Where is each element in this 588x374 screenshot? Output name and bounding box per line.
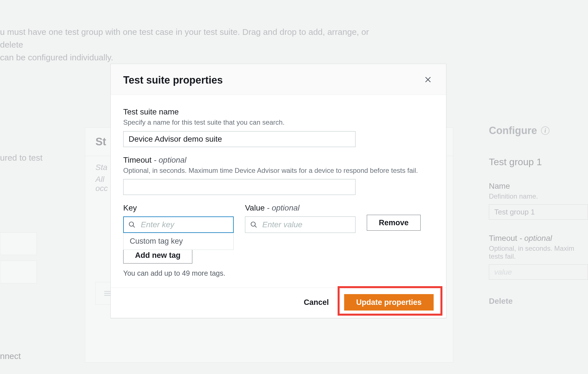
- tag-value-input-wrap: [245, 216, 355, 233]
- backdrop-timeout-help: Optional, in seconds. Maxim tests fail.: [489, 245, 588, 260]
- remove-tag-button[interactable]: Remove: [367, 215, 421, 231]
- suite-name-help: Specify a name for this test suite that …: [123, 118, 434, 127]
- search-icon: [250, 221, 257, 228]
- backdrop-timeout-input: value: [489, 264, 588, 280]
- close-button[interactable]: [422, 75, 434, 86]
- backdrop-right-panel: Configure i Test group 1 Name Definition…: [489, 125, 588, 306]
- backdrop-configure-text: Configure: [489, 125, 537, 137]
- backdrop-timeout-optional: - optional: [519, 234, 552, 243]
- search-icon: [128, 221, 136, 228]
- suite-name-input[interactable]: [123, 131, 355, 147]
- timeout-optional-text: - optional: [154, 156, 186, 164]
- suite-name-label: Test suite name: [123, 107, 434, 116]
- backdrop-editor-sub2a: All: [95, 175, 104, 184]
- backdrop-configure-heading: Configure i: [489, 125, 588, 137]
- tag-value-input[interactable]: [245, 216, 355, 233]
- tag-value-optional-text: - optional: [267, 203, 299, 212]
- suite-name-section: Test suite name Specify a name for this …: [123, 107, 434, 147]
- timeout-input[interactable]: [123, 179, 355, 195]
- modal-footer: Cancel Update properties: [111, 288, 446, 318]
- backdrop-name-input: Test group 1: [489, 204, 588, 220]
- tag-value-label: Value - optional: [245, 203, 355, 212]
- timeout-section: Timeout - optional Optional, in seconds.…: [123, 156, 434, 195]
- backdrop-name-help: Definition name.: [489, 192, 588, 200]
- test-suite-properties-modal: Test suite properties Test suite name Sp…: [110, 64, 446, 318]
- info-icon: i: [541, 126, 549, 135]
- backdrop-intro: u must have one test group with one test…: [0, 26, 374, 64]
- close-icon: [424, 76, 432, 84]
- svg-point-1: [251, 222, 255, 226]
- backdrop-intro-line1: u must have one test group with one test…: [0, 26, 374, 51]
- backdrop-left-connect: nnect: [0, 351, 21, 361]
- backdrop-editor-sub2b: occ: [95, 184, 108, 193]
- tag-key-input[interactable]: [123, 216, 234, 233]
- timeout-label-text: Timeout: [123, 156, 152, 164]
- backdrop-name-label: Name: [489, 182, 588, 191]
- tag-value-column: Value - optional: [245, 203, 355, 233]
- cancel-button[interactable]: Cancel: [295, 294, 337, 311]
- tag-remove-column: Remove: [367, 203, 421, 231]
- backdrop-left-box-2: [0, 261, 37, 283]
- modal-title: Test suite properties: [123, 74, 223, 86]
- modal-header: Test suite properties: [111, 64, 446, 95]
- backdrop-group-title: Test group 1: [489, 156, 588, 167]
- page-root: u must have one test group with one test…: [0, 0, 588, 374]
- update-properties-button[interactable]: Update properties: [344, 294, 434, 311]
- svg-point-0: [129, 222, 133, 226]
- tag-key-input-wrap: Custom tag key: [123, 216, 234, 233]
- tag-key-suggestion[interactable]: Custom tag key: [123, 233, 234, 250]
- backdrop-left-text: ured to test: [0, 153, 42, 163]
- backdrop-left-box-1: [0, 232, 37, 255]
- modal-body: Test suite name Specify a name for this …: [111, 95, 446, 288]
- timeout-help: Optional, in seconds. Maximum time Devic…: [123, 166, 434, 175]
- tag-key-column: Key Custom tag key: [123, 203, 234, 233]
- backdrop-delete-button: Delete: [489, 297, 588, 306]
- tag-key-label: Key: [123, 203, 234, 212]
- tag-limit-note: You can add up to 49 more tags.: [123, 269, 434, 277]
- backdrop-timeout-label-text: Timeout: [489, 234, 517, 243]
- tag-row: Key Custom tag key Value - optional: [123, 203, 434, 233]
- backdrop-intro-line2: can be configured individually.: [0, 51, 374, 64]
- backdrop-timeout-label: Timeout - optional: [489, 234, 588, 243]
- timeout-label: Timeout - optional: [123, 156, 434, 165]
- tag-value-label-text: Value: [245, 203, 265, 212]
